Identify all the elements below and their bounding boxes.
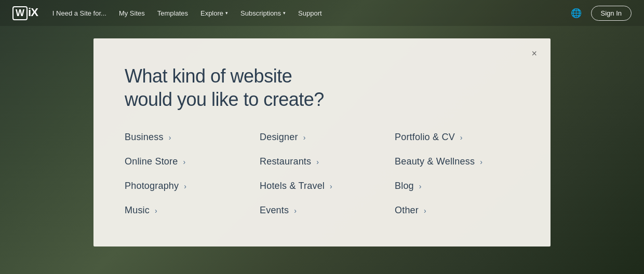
other-arrow-icon: › xyxy=(424,207,426,215)
restaurants-arrow-icon: › xyxy=(316,158,319,166)
nav-support[interactable]: Support xyxy=(298,9,322,17)
globe-icon: 🌐 xyxy=(571,8,582,19)
logo-text: WiX xyxy=(12,6,38,20)
category-online-store[interactable]: Online Store › xyxy=(125,154,249,169)
nav-templates[interactable]: Templates xyxy=(157,9,188,17)
music-arrow-icon: › xyxy=(155,207,157,215)
category-hotels-travel[interactable]: Hotels & Travel › xyxy=(260,179,384,194)
category-designer[interactable]: Designer › xyxy=(260,130,384,145)
nav-explore[interactable]: Explore ▾ xyxy=(200,9,228,17)
hotels-arrow-icon: › xyxy=(330,182,332,190)
nav-i-need-site[interactable]: I Need a Site for... xyxy=(52,9,106,17)
blog-arrow-icon: › xyxy=(419,182,422,190)
website-type-modal: × What kind of website would you like to… xyxy=(93,38,551,246)
signin-button[interactable]: Sign In xyxy=(591,6,632,21)
globe-button[interactable]: 🌐 xyxy=(569,6,584,20)
category-photography[interactable]: Photography › xyxy=(125,179,249,194)
category-beauty-wellness[interactable]: Beauty & Wellness › xyxy=(395,154,519,169)
category-music[interactable]: Music › xyxy=(125,203,249,218)
modal-close-button[interactable]: × xyxy=(528,47,540,60)
photography-arrow-icon: › xyxy=(184,182,186,190)
events-arrow-icon: › xyxy=(294,207,297,215)
category-blog[interactable]: Blog › xyxy=(395,179,519,194)
nav-links: I Need a Site for... My Sites Templates … xyxy=(52,9,569,17)
navbar: WiX I Need a Site for... My Sites Templa… xyxy=(0,0,644,26)
nav-my-sites[interactable]: My Sites xyxy=(119,9,145,17)
modal-overlay: × What kind of website would you like to… xyxy=(0,0,644,274)
category-portfolio-cv[interactable]: Portfolio & CV › xyxy=(395,130,519,145)
portfolio-arrow-icon: › xyxy=(460,133,463,142)
modal-title: What kind of website would you like to c… xyxy=(125,64,519,111)
category-other[interactable]: Other › xyxy=(395,203,519,218)
category-business[interactable]: Business › xyxy=(125,130,249,145)
nav-subscriptions[interactable]: Subscriptions ▾ xyxy=(240,9,286,17)
nav-right: 🌐 Sign In xyxy=(569,6,632,21)
close-icon: × xyxy=(531,48,537,59)
category-events[interactable]: Events › xyxy=(260,203,384,218)
online-store-arrow-icon: › xyxy=(183,158,185,166)
categories-grid: Business › Designer › Portfolio & CV › O… xyxy=(125,130,519,218)
wix-logo[interactable]: WiX xyxy=(12,6,38,20)
beauty-arrow-icon: › xyxy=(480,158,482,166)
explore-chevron-icon: ▾ xyxy=(225,10,228,16)
subscriptions-chevron-icon: ▾ xyxy=(283,10,286,16)
category-restaurants[interactable]: Restaurants › xyxy=(260,154,384,169)
designer-arrow-icon: › xyxy=(303,133,306,142)
business-arrow-icon: › xyxy=(169,133,171,142)
